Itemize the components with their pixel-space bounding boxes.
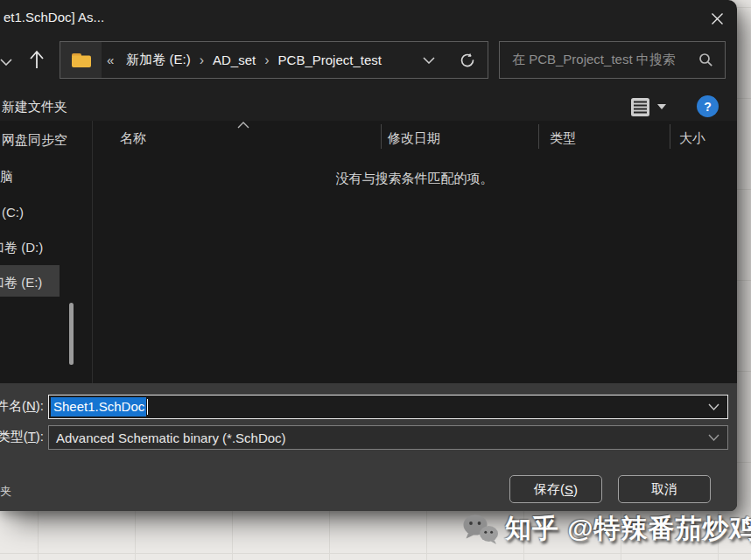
- breadcrumb-item-drive[interactable]: 新加卷 (E:): [117, 52, 199, 68]
- folder-icon: [71, 52, 92, 68]
- up-button[interactable]: [25, 47, 48, 72]
- view-mode-button[interactable]: [628, 95, 652, 118]
- hide-folders-button[interactable]: 夹: [0, 484, 11, 500]
- wechat-icon: [462, 514, 499, 545]
- breadcrumb-dropdown-button[interactable]: [418, 53, 440, 67]
- breadcrumb-folder-segment[interactable]: [60, 42, 102, 78]
- refresh-icon: [460, 52, 475, 68]
- watermark: 知乎 @特辣番茄炒鸡蛋: [462, 511, 751, 547]
- list-view-icon: [630, 97, 650, 117]
- sidebar-scrollbar-thumb[interactable]: [69, 303, 74, 365]
- sidebar-item-netdisk[interactable]: 网盘同步空: [2, 131, 67, 149]
- text-cursor: [147, 399, 148, 415]
- file-browser: 网盘同步空 脑 (C:) 加卷 (D:) 加卷 (E:) 名称 修改日期 类型 …: [0, 121, 737, 383]
- breadcrumb-item-project[interactable]: PCB_Project_test: [270, 52, 390, 67]
- chevron-down-icon: [423, 57, 435, 64]
- cancel-button[interactable]: 取消: [618, 475, 711, 503]
- sidebar-item-drive-d[interactable]: 加卷 (D:): [0, 239, 43, 256]
- caret-down-icon: [657, 104, 666, 109]
- column-divider[interactable]: [670, 124, 670, 149]
- empty-results-message: 没有与搜索条件匹配的项。: [92, 171, 737, 187]
- save-controls-panel: 文件名(N): Sheet1.SchDoc 保存类型(T): Advanced …: [0, 383, 737, 511]
- new-folder-button[interactable]: 新建文件夹: [2, 99, 67, 116]
- column-header-type[interactable]: 类型: [550, 130, 576, 147]
- column-divider[interactable]: [538, 124, 539, 149]
- breadcrumb-item-adset[interactable]: AD_set: [204, 52, 264, 67]
- sidebar-item-this-pc[interactable]: 脑: [0, 168, 13, 186]
- filetype-label: 保存类型(T):: [0, 429, 44, 445]
- sidebar-item-drive-e[interactable]: 加卷 (E:): [0, 274, 42, 291]
- filename-value: Sheet1.SchDoc: [51, 397, 146, 416]
- pane-divider: [92, 121, 93, 383]
- watermark-text: 知乎 @特辣番茄炒鸡蛋: [505, 511, 751, 547]
- column-header-name[interactable]: 名称: [120, 130, 146, 147]
- view-mode-dropdown[interactable]: [655, 96, 669, 117]
- column-divider[interactable]: [381, 124, 382, 149]
- save-as-dialog: et1.SchDoc] As... « 新加卷 (E:) › AD_set ›: [0, 0, 737, 511]
- breadcrumb: « 新加卷 (E:) › AD_set › PCB_Project_test: [60, 41, 488, 79]
- close-button[interactable]: [704, 7, 730, 30]
- sort-ascending-icon: [236, 121, 250, 129]
- column-header-size[interactable]: 大小: [679, 130, 705, 147]
- filename-label: 文件名(N):: [0, 398, 44, 415]
- chevron-down-icon[interactable]: [708, 434, 719, 441]
- refresh-button[interactable]: [460, 52, 475, 68]
- filetype-value: Advanced Schematic binary (*.SchDoc): [49, 430, 286, 445]
- arrow-up-icon: [28, 49, 46, 70]
- search-icon: [698, 52, 725, 67]
- question-mark-icon: ?: [704, 100, 712, 114]
- filetype-select[interactable]: Advanced Schematic binary (*.SchDoc): [48, 425, 728, 450]
- close-icon: [711, 12, 724, 25]
- filename-input[interactable]: Sheet1.SchDoc: [48, 395, 728, 419]
- chevron-down-icon: [0, 58, 12, 66]
- help-button[interactable]: ?: [697, 95, 719, 117]
- sidebar-item-drive-c[interactable]: (C:): [2, 204, 24, 221]
- dialog-title: et1.SchDoc] As...: [4, 10, 104, 24]
- search-input[interactable]: 在 PCB_Project_test 中搜索: [499, 41, 726, 79]
- column-header-date-modified[interactable]: 修改日期: [388, 130, 440, 147]
- search-placeholder: 在 PCB_Project_test 中搜索: [500, 52, 698, 68]
- chevron-down-icon[interactable]: [708, 403, 719, 410]
- breadcrumb-overflow-icon[interactable]: «: [107, 52, 114, 67]
- recent-locations-button[interactable]: [0, 58, 12, 66]
- save-button[interactable]: 保存(S): [509, 475, 602, 503]
